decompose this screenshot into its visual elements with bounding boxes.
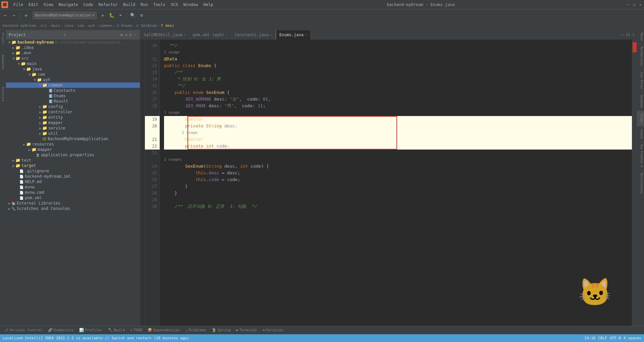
tab-constants[interactable]: Constants.java ✕ xyxy=(231,30,276,40)
menu-refactor[interactable]: Refactor xyxy=(96,2,120,8)
menu-file[interactable]: File xyxy=(11,2,26,8)
tree-item-gitignore[interactable]: 📄 .gitignore xyxy=(6,168,140,174)
tree-item-scratches[interactable]: ▶ 🔧 Scratches and Consoles xyxy=(6,206,140,211)
tree-item-enums[interactable]: C Enums xyxy=(6,93,140,99)
json-parser-panel[interactable]: Json Parser xyxy=(637,69,644,93)
bc-com[interactable]: com xyxy=(77,23,84,28)
rest-services-panel[interactable]: RestServices xyxy=(637,44,644,69)
menu-vcs[interactable]: VCS xyxy=(168,2,181,8)
maven-panel[interactable]: Maven xyxy=(637,30,644,44)
tab-terminal[interactable]: ▶ Terminal xyxy=(233,326,260,334)
tab-endpoints[interactable]: 🔗 Endpoints xyxy=(45,326,76,334)
menu-view[interactable]: View xyxy=(41,2,56,8)
tree-collapse-icon[interactable]: ≡ xyxy=(125,33,127,37)
menu-tools[interactable]: Tools xyxy=(151,2,168,8)
tree-item-java[interactable]: ▼ 📁 java xyxy=(6,66,140,72)
tree-item-mvn[interactable]: ▶ 📁 .mvn xyxy=(6,50,140,56)
tree-item-pom[interactable]: 📄 pom.xml xyxy=(6,195,140,201)
tree-item-res-mapper[interactable]: ▶ 📁 mapper xyxy=(6,147,140,152)
structure-icon[interactable]: Structure xyxy=(1,86,5,103)
menu-help[interactable]: Help xyxy=(201,2,216,8)
menu-run[interactable]: Run xyxy=(138,2,151,8)
tab-close-button[interactable]: ✕ xyxy=(184,33,186,37)
tree-item-service[interactable]: ▶ 📁 service xyxy=(6,125,140,131)
xcoder-panel[interactable]: XCoder xyxy=(637,111,644,126)
tree-item-wyh[interactable]: ▼ 📁 wyh xyxy=(6,77,140,82)
status-encoding[interactable]: UTF-8 xyxy=(610,336,621,340)
tree-item-controller[interactable]: ▶ 📁 controller xyxy=(6,109,140,115)
minimize-button[interactable]: ─ xyxy=(626,2,631,7)
bc-src[interactable]: src xyxy=(40,23,47,28)
bc-common[interactable]: common xyxy=(99,23,113,28)
menu-navigate[interactable]: Navigate xyxy=(56,2,81,8)
tab-version-control[interactable]: ⎇ Version Control xyxy=(1,326,45,334)
tree-item-main[interactable]: ▼ 📁 main xyxy=(6,61,140,66)
tab-pom[interactable]: pom.xml (wyh) ✕ xyxy=(190,30,231,40)
tree-item-extlibs[interactable]: ▶ 📚 External Libraries xyxy=(6,201,140,206)
bc-java[interactable]: java xyxy=(64,23,73,28)
tab-problems[interactable]: ⚠ Problems xyxy=(183,326,209,334)
tree-item-resources[interactable]: ▶ 📁 resources xyxy=(6,141,140,147)
tab-more-button[interactable]: ⚠ 12 ▾ xyxy=(619,33,637,37)
tab-build[interactable]: 🔨 Build xyxy=(105,326,127,334)
status-indent[interactable]: 4 spaces xyxy=(624,336,641,340)
tree-dropdown-icon[interactable]: ▾ xyxy=(63,33,66,37)
tree-item-util[interactable]: ▶ 📁 util xyxy=(6,131,140,136)
tab-enums[interactable]: Enums.java ✕ xyxy=(276,30,311,40)
tree-settings-icon[interactable]: ⚙ xyxy=(129,33,132,37)
menu-code[interactable]: Code xyxy=(81,2,96,8)
tree-item-entity[interactable]: ▶ 📁 entity xyxy=(6,115,140,120)
bookmarks-icon[interactable]: Bookmarks xyxy=(1,54,5,71)
tab-close-button[interactable]: ✕ xyxy=(226,33,228,37)
forward-button[interactable]: → xyxy=(10,11,18,19)
bc-project[interactable]: backend-myDream xyxy=(3,23,36,28)
menu-window[interactable]: Window xyxy=(181,2,201,8)
tree-item-mapper[interactable]: ▶ 📁 mapper xyxy=(6,120,140,125)
bc-wyh[interactable]: wyh xyxy=(88,23,95,28)
search-button[interactable]: 🔍 xyxy=(129,11,137,19)
tree-item-iml[interactable]: 📄 backend-mydream.iml xyxy=(6,174,140,179)
tab-close-button[interactable]: ✕ xyxy=(305,33,307,37)
code-content[interactable]: **/ 1 usage @Data public class Enums { /… xyxy=(160,40,632,326)
tree-item-common[interactable]: ▼ 📁 common xyxy=(6,82,140,88)
tree-item-test[interactable]: ▶ 📁 test xyxy=(6,158,140,163)
bc-main[interactable]: main xyxy=(51,23,60,28)
tab-todo[interactable]: ☑ TODO xyxy=(127,326,145,334)
status-linesep[interactable]: CRLF xyxy=(598,336,607,340)
tab-services[interactable]: ⚙ Services xyxy=(260,326,286,334)
tab-saltmd5[interactable]: SaltMD5Util.java ✕ xyxy=(140,30,190,40)
close-button[interactable]: ✕ xyxy=(638,2,643,7)
coverage-button[interactable]: ☂ xyxy=(116,11,124,19)
tree-item-mvnw[interactable]: 📄 mvnw xyxy=(6,184,140,190)
tab-close-button[interactable]: ✕ xyxy=(270,33,272,37)
bc-desc[interactable]: f desc xyxy=(161,23,174,28)
tree-item-com[interactable]: ▼ 📁 com xyxy=(6,72,140,77)
tree-item-appprops[interactable]: 🍃 application.properties xyxy=(6,152,140,158)
tree-expand-icon[interactable]: ⊞ xyxy=(120,33,123,37)
bc-enums[interactable]: © Enums xyxy=(117,23,132,28)
scroll-gutter[interactable] xyxy=(632,40,637,326)
tree-item-help[interactable]: 📄 HELP.md xyxy=(6,179,140,184)
tree-item-src[interactable]: ▼ 📁 src xyxy=(6,56,140,61)
tree-item-mvnwcmd[interactable]: 📄 mvnw.cmd xyxy=(6,190,140,195)
run-app-button[interactable]: ▶ xyxy=(22,11,31,19)
key-promoter-panel[interactable]: Key Promoter X xyxy=(637,142,644,170)
tree-item-constants[interactable]: C Constants xyxy=(6,88,140,93)
tab-dependencies[interactable]: 📦 Dependencies xyxy=(145,326,182,334)
tab-spring[interactable]: 🍃 Spring xyxy=(209,326,233,334)
tab-profiler[interactable]: 📊 Profiler xyxy=(76,326,105,334)
tree-item-app[interactable]: 🌿 BackendMyDreamApplication xyxy=(6,136,140,141)
tree-item-idea[interactable]: ▶ 📁 .idea xyxy=(6,45,140,50)
menu-build[interactable]: Build xyxy=(120,2,138,8)
menu-edit[interactable]: Edit xyxy=(26,2,41,8)
database-panel[interactable]: Database xyxy=(637,93,644,111)
notifications-panel[interactable]: Notifications xyxy=(637,170,644,197)
run-button[interactable]: ▶ xyxy=(99,11,107,19)
maximize-button[interactable]: □ xyxy=(632,2,637,7)
tree-item-target[interactable]: ▶ 📁 target xyxy=(6,163,140,168)
debug-button[interactable]: 🐛 xyxy=(108,11,116,19)
back-button[interactable]: ← xyxy=(1,11,9,19)
settings-button[interactable]: ⚙ xyxy=(138,11,146,19)
tree-item-config[interactable]: ▶ 📁 config xyxy=(6,104,140,109)
codata-panel[interactable]: Codata xyxy=(637,126,644,142)
